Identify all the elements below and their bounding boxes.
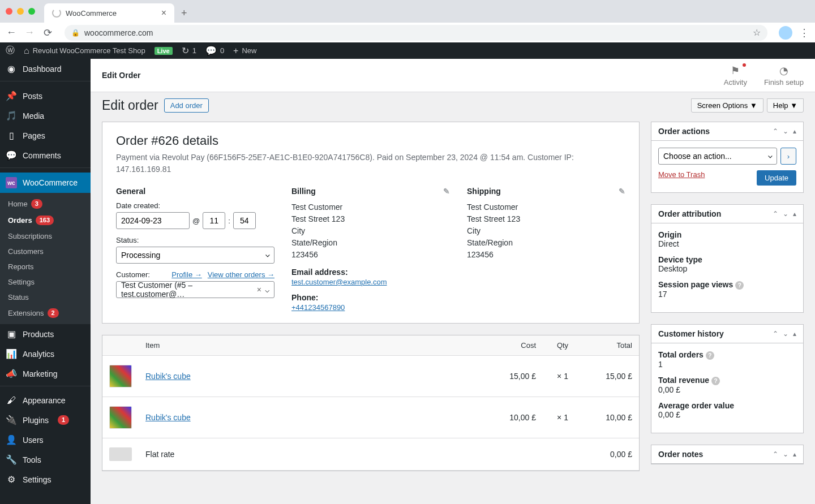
- items-box: Item Cost Qty Total Rubik's cube 15,00 £: [102, 335, 640, 471]
- sidebar-item-appearance[interactable]: 🖌Appearance: [0, 391, 91, 410]
- new-tab-button[interactable]: +: [181, 7, 187, 19]
- apply-action-button[interactable]: ›: [780, 148, 796, 165]
- lock-icon: 🔒: [71, 29, 80, 37]
- status-select[interactable]: Processing: [116, 247, 274, 264]
- item-row: Rubik's cube 15,00 £ × 1 15,00 £: [102, 356, 639, 397]
- billing-address: Test Customer Test Street 123 City State…: [291, 201, 450, 261]
- sidebar-item-dashboard[interactable]: ◉Dashboard: [0, 59, 91, 79]
- bookmark-icon[interactable]: ☆: [753, 27, 761, 38]
- maximize-window-icon[interactable]: [28, 8, 35, 15]
- submenu-subscriptions[interactable]: Subscriptions: [0, 229, 91, 244]
- caret-up-icon[interactable]: ▴: [793, 210, 796, 218]
- sidebar-item-comments[interactable]: 💬Comments: [0, 145, 91, 165]
- chevron-down-icon[interactable]: ⌄: [783, 127, 788, 135]
- chevron-down-icon[interactable]: ⌄: [783, 450, 788, 458]
- edit-shipping-icon[interactable]: ✎: [619, 187, 625, 196]
- chevron-up-icon[interactable]: ⌃: [773, 450, 778, 458]
- wp-logo-icon[interactable]: ⓦ: [6, 45, 15, 57]
- customer-select[interactable]: Test Customer (#5 – test.customer@… × ⌵: [116, 281, 274, 298]
- total-orders-label: Total orders?: [658, 350, 796, 360]
- flag-icon: ⚑: [724, 64, 747, 77]
- edit-billing-icon[interactable]: ✎: [443, 187, 450, 196]
- submenu-settings[interactable]: Settings: [0, 274, 91, 290]
- update-button[interactable]: Update: [757, 170, 796, 186]
- submenu-orders[interactable]: Orders163: [0, 212, 91, 229]
- sidebar-item-products[interactable]: ▣Products: [0, 324, 91, 344]
- site-link[interactable]: ⌂Revolut WooCommerce Test Shop: [24, 46, 145, 56]
- sidebar-item-posts[interactable]: 📌Posts: [0, 86, 91, 106]
- finish-setup-button[interactable]: ◔ Finish setup: [764, 64, 804, 87]
- order-meta: Payment via Revolut Pay (66F156F5-25E7-A…: [116, 152, 625, 175]
- action-select[interactable]: Choose an action...: [658, 148, 777, 165]
- new-item[interactable]: +New: [233, 46, 256, 56]
- item-name-link[interactable]: Rubik's cube: [145, 372, 191, 381]
- forward-button[interactable]: →: [24, 27, 35, 38]
- sidebar-item-tools[interactable]: 🔧Tools: [0, 450, 91, 469]
- move-to-trash-link[interactable]: Move to Trash: [658, 170, 705, 186]
- caret-up-icon[interactable]: ▴: [793, 450, 796, 458]
- submenu-customers[interactable]: Customers: [0, 244, 91, 259]
- item-row: Rubik's cube 10,00 £ × 1 10,00 £: [102, 397, 639, 438]
- sidebar-item-media[interactable]: 🎵Media: [0, 106, 91, 126]
- date-label: Date created:: [116, 201, 274, 210]
- truck-icon: [109, 447, 132, 461]
- item-cost: 15,00 £: [492, 356, 543, 397]
- woocommerce-submenu: Home3 Orders163 Subscriptions Customers …: [0, 193, 91, 324]
- add-order-button[interactable]: Add order: [164, 98, 209, 113]
- brush-icon: 🖌: [6, 395, 17, 406]
- sidebar-item-pages[interactable]: ▯Pages: [0, 126, 91, 145]
- content-area: Edit Order ⚑ Activity ◔ Finish setup Edi…: [91, 59, 815, 504]
- help-icon[interactable]: ?: [706, 351, 714, 360]
- order-attribution-box: Order attribution ⌃⌄▴ OriginDirect Devic…: [651, 204, 804, 313]
- notes-title: Order notes: [658, 450, 703, 459]
- submenu-reports[interactable]: Reports: [0, 259, 91, 274]
- views-value: 17: [658, 290, 796, 299]
- help-icon[interactable]: ?: [711, 377, 720, 385]
- view-orders-link[interactable]: View other orders →: [208, 270, 274, 279]
- chevron-up-icon[interactable]: ⌃: [773, 127, 778, 135]
- admin-bar: ⓦ ⌂Revolut WooCommerce Test Shop Live ↻1…: [0, 42, 815, 59]
- browser-tab[interactable]: WooCommerce ×: [44, 3, 174, 23]
- total-revenue-label: Total revenue?: [658, 376, 796, 385]
- address-bar[interactable]: 🔒 woocommerce.com ☆: [65, 25, 767, 41]
- caret-up-icon[interactable]: ▴: [793, 330, 796, 338]
- hour-input[interactable]: [203, 212, 225, 229]
- phone-link[interactable]: +441234567890: [291, 303, 345, 312]
- general-column: General Date created: @ : Status:: [116, 187, 274, 312]
- close-window-icon[interactable]: [6, 8, 12, 15]
- browser-menu-icon[interactable]: ⋮: [799, 27, 809, 39]
- tab-close-icon[interactable]: ×: [161, 8, 166, 18]
- clear-customer-icon[interactable]: ×: [257, 285, 261, 294]
- submenu-status[interactable]: Status: [0, 290, 91, 305]
- item-cost: 10,00 £: [492, 397, 543, 438]
- reload-button[interactable]: ⟳: [42, 27, 53, 39]
- sidebar-item-marketing[interactable]: 📣Marketing: [0, 364, 91, 384]
- chevron-up-icon[interactable]: ⌃: [773, 210, 778, 218]
- item-name-link[interactable]: Rubik's cube: [145, 413, 191, 422]
- email-link[interactable]: test.customer@example.com: [291, 278, 387, 286]
- back-button[interactable]: ←: [6, 27, 17, 38]
- refresh-item[interactable]: ↻1: [182, 45, 196, 56]
- media-icon: 🎵: [6, 110, 17, 121]
- sidebar-item-plugins[interactable]: 🔌Plugins1: [0, 410, 91, 430]
- profile-link[interactable]: Profile →: [171, 270, 201, 279]
- chevron-down-icon[interactable]: ⌄: [783, 210, 788, 218]
- submenu-home[interactable]: Home3: [0, 196, 91, 212]
- minute-input[interactable]: [233, 212, 256, 229]
- chevron-up-icon[interactable]: ⌃: [773, 330, 778, 338]
- caret-up-icon[interactable]: ▴: [793, 127, 796, 135]
- screen-options-button[interactable]: Screen Options ▼: [691, 98, 763, 113]
- comments-item[interactable]: 💬0: [205, 45, 224, 56]
- sidebar-item-analytics[interactable]: 📊Analytics: [0, 344, 91, 364]
- chevron-down-icon[interactable]: ⌄: [783, 330, 788, 338]
- profile-avatar[interactable]: [779, 26, 792, 40]
- help-button[interactable]: Help ▼: [767, 98, 804, 113]
- minimize-window-icon[interactable]: [17, 8, 24, 15]
- sidebar-item-users[interactable]: 👤Users: [0, 430, 91, 450]
- sidebar-item-woocommerce[interactable]: wcWooCommerce: [0, 173, 91, 193]
- date-input[interactable]: [116, 212, 190, 229]
- sidebar-item-settings[interactable]: ⚙Settings: [0, 469, 91, 489]
- submenu-extensions[interactable]: Extensions2: [0, 305, 91, 321]
- help-icon[interactable]: ?: [735, 281, 744, 290]
- activity-button[interactable]: ⚑ Activity: [724, 64, 747, 87]
